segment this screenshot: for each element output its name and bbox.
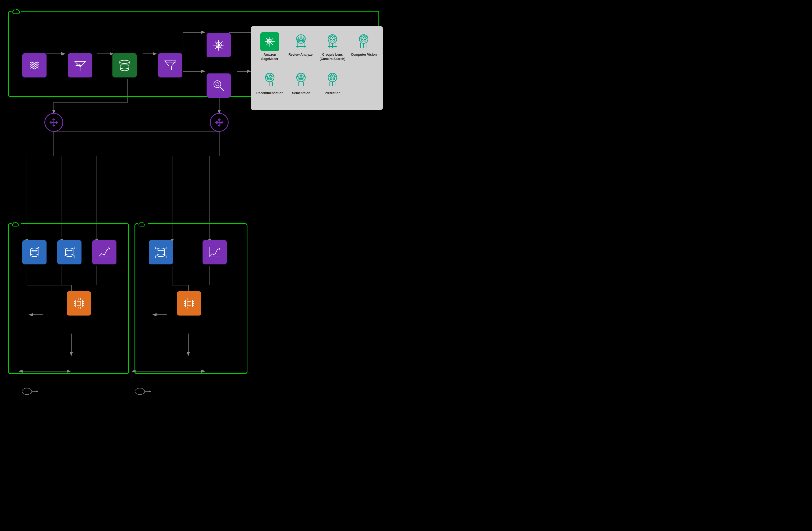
svg-point-116 [269, 74, 271, 75]
info-item-review-analyzer: Review Analyzer [287, 31, 316, 67]
db-sparkle-box: ✦ [22, 240, 46, 264]
croquis-icon [323, 32, 342, 51]
svg-point-143 [329, 75, 331, 77]
svg-point-71 [269, 41, 271, 43]
kinesis-box [22, 53, 46, 77]
info-item-sagemaker: Amazon SageMaker [255, 31, 285, 67]
processor-right-box [177, 291, 201, 316]
bottom-left-data [21, 387, 43, 396]
svg-point-170 [66, 254, 73, 257]
sagemaker-top-box [206, 33, 231, 57]
bottom-right-data [134, 387, 156, 396]
info-item-recommendation: Recommendation [255, 69, 285, 105]
svg-point-209 [135, 388, 145, 394]
db-expand-box [57, 240, 82, 264]
svg-point-128 [297, 73, 305, 82]
chart-right-box [203, 240, 227, 264]
svg-point-145 [334, 75, 336, 77]
hub-right [210, 113, 229, 132]
svg-point-100 [359, 35, 368, 43]
sementaion-icon [292, 71, 311, 89]
svg-point-144 [331, 74, 333, 75]
svg-point-165 [31, 252, 38, 253]
svg-point-114 [265, 73, 274, 82]
s3-bucket-box [113, 53, 136, 77]
svg-rect-173 [75, 300, 82, 307]
computer-vision-label: Computer Vision [351, 53, 377, 57]
svg-point-51 [120, 68, 129, 71]
sagemaker-label: Amazon SageMaker [255, 53, 285, 61]
svg-point-103 [365, 36, 367, 38]
bottom-left-container: ✦ [8, 223, 129, 374]
svg-point-115 [266, 75, 268, 77]
svg-point-130 [300, 74, 302, 75]
svg-point-87 [329, 36, 331, 38]
svg-point-52 [120, 64, 129, 66]
review-analyzer-icon [292, 32, 311, 51]
recommendation-label: Recommendation [256, 91, 284, 96]
search-analysis-box [206, 73, 231, 98]
svg-point-61 [214, 81, 221, 88]
svg-point-89 [334, 36, 336, 38]
svg-point-102 [363, 35, 365, 37]
computer-vision-icon [354, 32, 373, 51]
recommendation-icon [260, 71, 279, 89]
svg-point-86 [328, 35, 337, 43]
svg-rect-194 [187, 302, 191, 305]
hub-left [44, 113, 63, 132]
review-analyzer-label: Review Analyzer [289, 53, 314, 57]
sementaion-label: Sementaion [292, 91, 310, 96]
bottom-right-cloud-icon [138, 219, 148, 229]
info-item-croquis: Croquis Lens (Camera Search) [318, 31, 347, 67]
svg-line-62 [220, 87, 224, 91]
svg-point-190 [157, 254, 164, 257]
svg-point-207 [22, 388, 32, 394]
info-panel-grid: Amazon SageMaker [255, 31, 378, 105]
svg-text:✦: ✦ [37, 246, 40, 249]
svg-point-131 [303, 75, 305, 77]
info-panel: Amazon SageMaker [251, 26, 383, 110]
svg-point-129 [298, 75, 299, 77]
svg-marker-53 [165, 61, 176, 70]
svg-point-88 [331, 35, 333, 37]
svg-point-101 [360, 36, 362, 38]
info-item-prediction: Prediction [318, 69, 347, 105]
svg-point-187 [157, 248, 164, 251]
svg-point-117 [271, 75, 273, 77]
top-container: Amazon SageMaker [8, 11, 379, 97]
croquis-label: Croquis Lens (Camera Search) [318, 53, 347, 61]
svg-point-63 [216, 83, 219, 86]
svg-point-60 [218, 44, 220, 46]
prediction-label: Prediction [325, 91, 340, 96]
top-container-cloud-icon [12, 7, 21, 16]
kinesis-firehose-box [68, 53, 92, 77]
svg-point-164 [31, 254, 38, 257]
bottom-left-cloud-icon [12, 219, 21, 229]
sagemaker-icon [260, 32, 279, 51]
svg-point-142 [328, 73, 337, 82]
filter-box [158, 53, 182, 77]
info-item-computer-vision: Computer Vision [349, 31, 379, 67]
prediction-icon [323, 71, 342, 89]
svg-rect-174 [77, 302, 81, 305]
svg-point-167 [66, 248, 73, 251]
svg-point-48 [120, 60, 129, 63]
processor-left-box [67, 291, 91, 316]
svg-rect-193 [186, 300, 192, 307]
info-item-sementaion: Sementaion [287, 69, 316, 105]
db-expand-right-box [149, 240, 173, 264]
bottom-right-container [134, 223, 247, 374]
chart-left-box [92, 240, 116, 264]
